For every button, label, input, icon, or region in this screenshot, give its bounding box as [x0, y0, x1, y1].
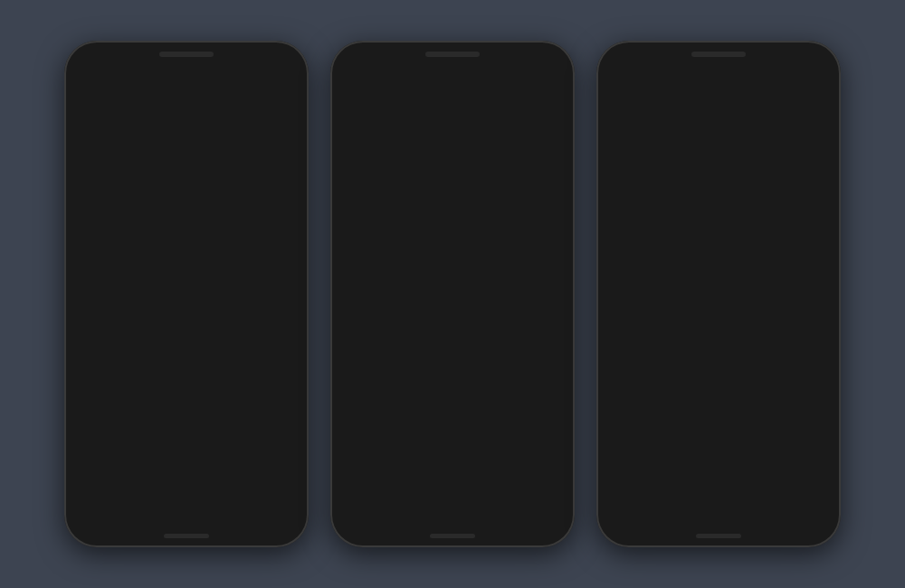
tab-your-groups[interactable]: 👥 Your Groups: [81, 156, 150, 187]
post-meta: Hani Ahir › Other People's Puppies 8 hrs: [113, 292, 279, 318]
signal-icon: ■: [265, 72, 270, 81]
post-group: Other People's Puppies: [163, 297, 264, 307]
join-button[interactable]: Join: [621, 296, 816, 321]
create-icon: +: [247, 166, 252, 177]
home-gesture-icon-3[interactable]: ▬: [713, 506, 726, 520]
bottom-nav-3: ◁ ▬ □: [604, 498, 834, 527]
groups-grid: Co-Ed Hikers of Colorado Univ... Other P…: [71, 194, 301, 271]
find-group-clear-button[interactable]: Clear: [530, 95, 557, 108]
discover-label: Discover: [181, 166, 223, 177]
group-thumb-label-1: Co-Ed Hikers of Colorado Univ...: [79, 251, 149, 271]
post-author-line: Hani Ahir › Other People's Puppies: [113, 292, 279, 308]
group-thumb-3[interactable]: Secrets to Seasonal Gard...: [224, 194, 294, 271]
recents-gesture-icon-3[interactable]: □: [786, 506, 794, 520]
suggested-title: Suggested Groups: [604, 116, 834, 138]
french-cuisine-posts: 10+ posts a day: [683, 252, 741, 261]
group-thumb-1[interactable]: Co-Ed Hikers of Colorado Univ...: [79, 194, 149, 271]
nav-bell-icon[interactable]: 🔔 2: [215, 90, 246, 115]
chip-all-food[interactable]: All Food & Drink: [450, 215, 545, 237]
find-group-back-button[interactable]: ←: [348, 91, 365, 110]
groups-header: Groups 🔍: [71, 121, 301, 153]
find-group-selected: Selected: Cooking & Recipes, Desserts, D…: [338, 150, 567, 185]
edit-topics[interactable]: ⚙ Edit Topics: Cooking & Recipes +3: [604, 138, 834, 157]
find-group-header: ← Clear: [338, 84, 567, 116]
status-bar-3: 2:04 ■ ● ▼: [604, 66, 834, 84]
post-text: Met this adorable little pup on my lunch…: [81, 324, 292, 349]
edit-topics-label: Edit Topics: Cooking & Recipes +3: [627, 139, 779, 150]
status-time-2: 2:04: [350, 71, 370, 82]
french-cuisine-name: New to French Cuisine: [621, 238, 816, 251]
friends-count-text: 10 friends are members: [669, 279, 755, 288]
group-thumb-img-2: [151, 194, 222, 249]
status-icons-3: ■ ● ▼: [797, 72, 821, 81]
group-thumb-label-3: Secrets to Seasonal Gard...: [224, 251, 294, 271]
chip-vegetarianism-label: Vegetarianism: [440, 248, 503, 259]
battery-icon-2: ▼: [547, 72, 555, 81]
arts-icon: 🎭: [360, 194, 371, 204]
suggested-back-button[interactable]: ←: [614, 91, 631, 110]
your-groups-icon: 👥: [90, 166, 102, 178]
battery-icon-3: ▼: [813, 72, 821, 81]
chip-arts-label: Arts & Entertainment: [375, 194, 467, 204]
nav-groups-icon[interactable]: 👥: [171, 90, 202, 115]
suggested-done-button[interactable]: Done: [795, 95, 823, 108]
chip-food-label: Food & Drink: [375, 221, 433, 232]
french-cuisine-meta: 350K Members • 10+ posts a day: [621, 252, 816, 261]
french-cuisine-image: [612, 158, 825, 231]
home-gesture-icon[interactable]: ▬: [181, 506, 194, 520]
chip-barbecuing[interactable]: Barbecuing: [348, 242, 423, 264]
signal-icon-2: ■: [531, 72, 536, 81]
recents-gesture-icon-2[interactable]: □: [520, 506, 528, 520]
phone-1: 2:04 ■ ● ▼ 🏠 ▶ 👥 🔔 2 ☰ Groups 🔍: [64, 41, 309, 547]
post-avatar: [81, 291, 108, 318]
travel-icon: ✈️: [496, 194, 507, 204]
friend-avatar-3: [648, 276, 662, 290]
second-group-card: ✕: [611, 337, 826, 384]
check-icon-restaurants: ✓: [360, 275, 368, 287]
friend-avatar-2: [634, 276, 649, 290]
phone-screen-2: 2:04 ■ ● ▼ ← Clear Find a Group for You …: [338, 66, 567, 527]
status-bar-1: 2:04 ■ ● ▼: [71, 66, 301, 84]
post-image: [81, 355, 292, 436]
chip-arts[interactable]: 🎭 Arts & Entertainment: [348, 188, 479, 210]
nav-video-icon[interactable]: ▶: [127, 90, 157, 115]
chip-vegetarianism[interactable]: Vegetarianism: [428, 242, 515, 264]
back-gesture-icon[interactable]: ◁: [110, 506, 120, 520]
tab-discover[interactable]: 🧭 Discover: [156, 156, 232, 187]
chip-desserts[interactable]: ✓ Desserts: [474, 298, 548, 320]
find-group-subtitle: Choose topics that interest you.: [338, 137, 567, 150]
french-cuisine-members: 350K Members: [621, 252, 676, 261]
post-author: Hani Ahir: [113, 297, 153, 307]
chip-cooking[interactable]: ✓ Cooking & Recipes: [348, 298, 469, 320]
french-cuisine-card: ✕ New to French Cuisine 350K Members • 1…: [611, 157, 826, 329]
settings-icon: ⚙: [614, 138, 624, 150]
home-gesture-icon-2[interactable]: ▬: [447, 506, 460, 520]
dismiss-second-group-button[interactable]: ✕: [804, 343, 820, 359]
friends-row: 10 friends are members: [621, 276, 816, 290]
search-button[interactable]: 🔍: [271, 129, 291, 149]
french-cuisine-topic: Topic: Cooking & Recipes: [621, 263, 816, 272]
wifi-icon-3: ●: [805, 72, 810, 81]
find-group-title: Find a Group for You: [338, 116, 567, 137]
post-more-icon[interactable]: •••: [279, 298, 292, 312]
see-suggested-groups-button[interactable]: See Suggested Groups: [348, 455, 557, 490]
chip-travel[interactable]: ✈️ Travel: [484, 188, 549, 210]
topic-chips-area: 🎭 Arts & Entertainment ✈️ Travel 🍴 Food …: [338, 185, 567, 320]
nav-bar-1: 🏠 ▶ 👥 🔔 2 ☰: [71, 84, 301, 121]
chip-cooking-label: Cooking & Recipes: [372, 304, 457, 315]
nav-home-icon[interactable]: 🏠: [82, 90, 113, 115]
back-gesture-icon-2[interactable]: ◁: [376, 506, 386, 520]
group-thumb-2[interactable]: Other People's Puppies: [151, 194, 222, 271]
suggested-groups-screen: ← Done Suggested Groups ⚙ Edit Topics: C…: [604, 84, 834, 498]
back-gesture-icon-3[interactable]: ◁: [643, 506, 653, 520]
wifi-icon-2: ●: [539, 72, 544, 81]
nav-menu-icon[interactable]: ☰: [260, 90, 291, 115]
status-icons-1: ■ ● ▼: [265, 72, 289, 81]
chip-restaurants[interactable]: ✓ Restaurants: [348, 270, 437, 292]
notification-badge: 2: [233, 88, 244, 96]
chip-food-drink[interactable]: 🍴 Food & Drink: [348, 215, 444, 237]
post-header: Hani Ahir › Other People's Puppies 8 hrs…: [81, 291, 292, 318]
recents-gesture-icon[interactable]: □: [254, 506, 262, 520]
tab-create[interactable]: + Create: [238, 156, 297, 187]
dismiss-french-cuisine-button[interactable]: ✕: [804, 164, 820, 180]
